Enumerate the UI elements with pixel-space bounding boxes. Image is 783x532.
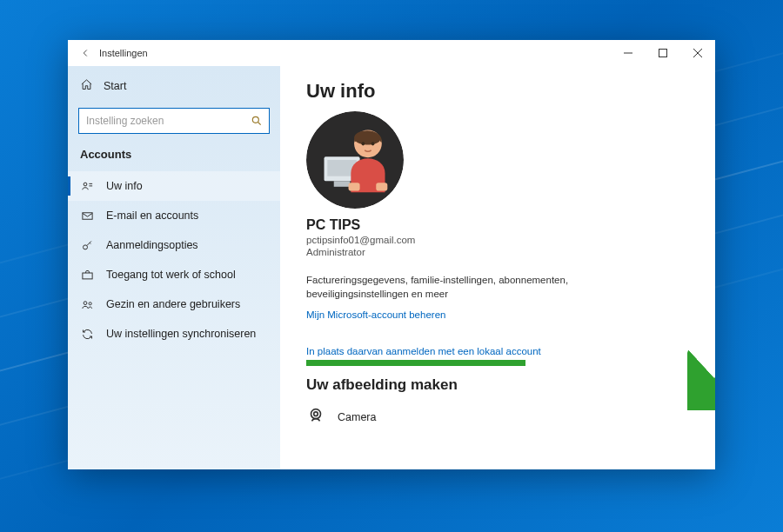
mail-icon [80, 209, 94, 223]
content-area: Uw info [280, 66, 715, 469]
category-title: Accounts [68, 143, 280, 171]
maximize-button[interactable] [646, 41, 680, 65]
settings-window: Instellingen Start [68, 40, 715, 469]
nav-item-email[interactable]: E-mail en accounts [68, 201, 280, 230]
svg-point-20 [371, 142, 375, 145]
window-title: Instellingen [97, 48, 611, 58]
svg-rect-1 [659, 50, 667, 57]
nav-item-label: Uw info [106, 180, 143, 192]
svg-point-4 [252, 116, 258, 123]
account-role: Administrator [306, 247, 689, 257]
svg-line-5 [258, 123, 261, 125]
nav-item-uw-info[interactable]: Uw info [68, 171, 280, 201]
search-input-wrapper[interactable] [78, 108, 270, 134]
nav-item-sync[interactable]: Uw instellingen synchroniseren [68, 319, 280, 349]
svg-line-25 [701, 320, 715, 395]
sidebar: Start Accounts [68, 66, 280, 469]
camera-row[interactable]: Camera [306, 406, 689, 429]
picture-heading: Uw afbeelding maken [306, 376, 689, 394]
svg-rect-22 [376, 183, 387, 190]
back-button[interactable] [73, 41, 97, 65]
display-name: PC TIPS [306, 217, 689, 233]
account-description: Factureringsgegevens, familie-instelling… [306, 273, 602, 301]
svg-point-6 [84, 183, 87, 186]
account-email: pctipsinfo01@gmail.com [306, 235, 689, 245]
annotation-arrow [687, 315, 715, 410]
key-icon [80, 239, 94, 252]
nav-item-work-school[interactable]: Toegang tot werk of school [68, 260, 280, 289]
svg-rect-9 [82, 212, 91, 219]
svg-rect-17 [334, 181, 351, 187]
sync-icon [80, 328, 94, 341]
camera-label: Camera [338, 411, 376, 423]
svg-point-10 [83, 244, 87, 249]
svg-point-12 [84, 301, 87, 304]
nav-item-label: Aanmeldingsopties [106, 239, 198, 251]
minimize-button[interactable] [611, 41, 646, 65]
nav-item-family[interactable]: Gezin en andere gebruikers [68, 289, 280, 319]
nav-item-label: Gezin en andere gebruikers [106, 298, 240, 310]
svg-point-13 [89, 302, 91, 304]
close-button[interactable] [680, 41, 715, 65]
svg-rect-21 [349, 183, 360, 190]
svg-rect-11 [82, 273, 91, 279]
svg-point-19 [361, 142, 365, 145]
local-account-link[interactable]: In plaats daarvan aanmelden met een loka… [306, 346, 541, 356]
search-icon [251, 115, 263, 130]
briefcase-icon [80, 269, 94, 282]
home-icon [80, 78, 93, 95]
nav-item-label: Toegang tot werk of school [106, 269, 236, 281]
search-input[interactable] [79, 109, 269, 133]
avatar [306, 111, 404, 209]
page-title: Uw info [306, 80, 689, 103]
highlight-underline [306, 360, 525, 366]
nav-item-label: Uw instellingen synchroniseren [106, 328, 256, 340]
nav-item-signin-options[interactable]: Aanmeldingsopties [68, 230, 280, 260]
nav-item-label: E-mail en accounts [106, 209, 198, 222]
titlebar: Instellingen [68, 40, 715, 66]
person-card-icon [80, 180, 94, 193]
manage-account-link[interactable]: Mijn Microsoft-account beheren [306, 309, 445, 320]
svg-point-24 [314, 412, 318, 416]
home-label: Start [104, 80, 126, 92]
svg-point-23 [311, 409, 321, 419]
home-button[interactable]: Start [68, 71, 280, 101]
camera-icon [306, 406, 325, 429]
people-icon [80, 298, 94, 311]
